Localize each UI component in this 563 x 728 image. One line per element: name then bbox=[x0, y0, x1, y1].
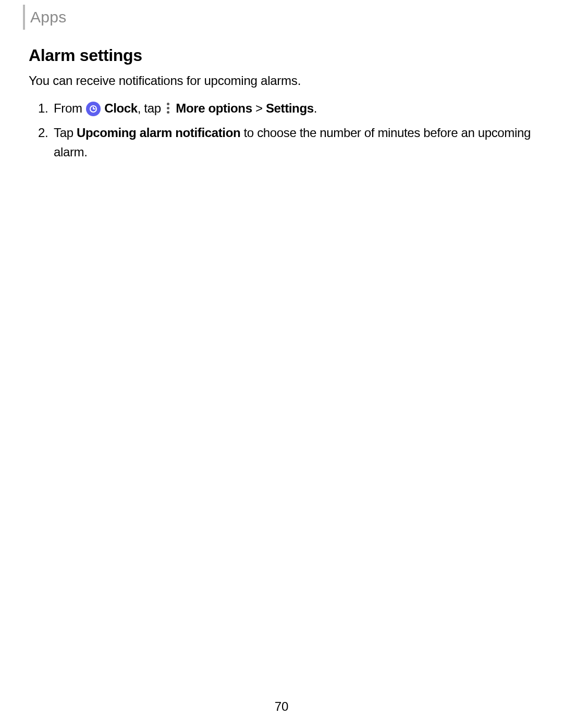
step-text-clock: Clock bbox=[104, 101, 138, 115]
step-2: 2. Tap Upcoming alarm notification to ch… bbox=[54, 123, 534, 162]
header-accent-bar bbox=[23, 5, 25, 30]
header-title: Apps bbox=[30, 8, 67, 26]
step-text-gt: > bbox=[252, 101, 266, 115]
page-header: Apps bbox=[23, 5, 67, 30]
clock-icon bbox=[86, 102, 101, 116]
step-number: 1. bbox=[38, 98, 48, 118]
instruction-steps: 1. From Clock, tap More options > Settin… bbox=[29, 98, 534, 162]
section-intro: You can receive notifications for upcomi… bbox=[29, 73, 534, 88]
step-1: 1. From Clock, tap More options > Settin… bbox=[54, 98, 534, 118]
step-text-upcoming: Upcoming alarm notification bbox=[77, 126, 240, 140]
more-options-icon bbox=[165, 103, 172, 114]
page-number: 70 bbox=[275, 699, 288, 714]
section-title: Alarm settings bbox=[29, 46, 534, 65]
step-text-tap: , tap bbox=[138, 101, 164, 115]
step-text-from: From bbox=[54, 101, 85, 115]
step-text-tap: Tap bbox=[54, 126, 77, 140]
step-text-settings: Settings bbox=[266, 101, 314, 115]
main-content: Alarm settings You can receive notificat… bbox=[29, 46, 534, 167]
step-text-more-options: More options bbox=[176, 101, 252, 115]
step-text-period: . bbox=[314, 101, 317, 115]
step-number: 2. bbox=[38, 123, 48, 142]
